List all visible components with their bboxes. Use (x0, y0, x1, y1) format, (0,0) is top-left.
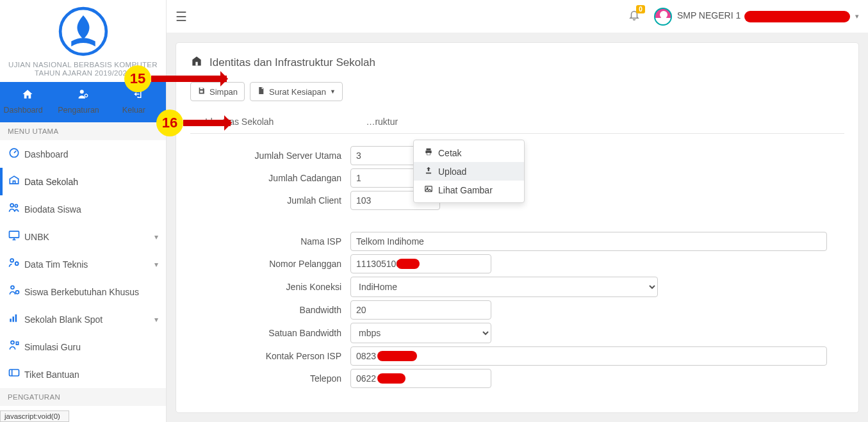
redacted-block (397, 259, 420, 269)
card-title-text: Identitas dan Infrastruktur Sekolah (209, 56, 375, 69)
svg-point-10 (16, 291, 19, 294)
surat-kesiapan-button[interactable]: Surat Kesiapan ▼ (250, 82, 343, 101)
input-kontak[interactable] (350, 346, 827, 366)
status-bar: javascript:void(0) (0, 410, 69, 422)
label-satuan: Satuan Bandwidth (190, 328, 350, 338)
sidebar-item-tiket[interactable]: Tiket Bantuan (0, 361, 166, 388)
upload-icon (424, 166, 438, 177)
svg-rect-11 (10, 319, 12, 322)
pdf-icon (257, 86, 265, 97)
signal-icon (8, 311, 24, 327)
select-satuan[interactable]: mbps (350, 323, 491, 343)
card-title: Identitas dan Infrastruktur Sekolah (190, 54, 844, 70)
label-client: Jumlah Client (190, 195, 350, 206)
menu-item-label: Lihat Gambar (438, 185, 493, 195)
teacher-icon (8, 339, 24, 355)
surat-button-label: Surat Kesiapan (269, 87, 326, 97)
nav-keluar-label: Keluar (122, 106, 154, 115)
menu-item-upload[interactable]: Upload (414, 162, 524, 181)
user-name-prefix: SMP NEGERI 1 (677, 10, 741, 20)
redacted-block (377, 373, 405, 384)
sidebar-item-biodata[interactable]: Biodata Siswa (0, 195, 166, 223)
callout-16: 16 (156, 110, 231, 136)
chevron-down-icon: ▾ (154, 232, 158, 241)
tab-infrastruktur[interactable]: …Infrastrukturruktur (288, 110, 413, 133)
menu-item-cetak[interactable]: Cetak (414, 143, 524, 162)
tab-infra-label: …Infrastrukturruktur (366, 117, 398, 127)
callout-badge: 16 (156, 110, 183, 136)
avatar-icon (654, 8, 672, 26)
svg-rect-12 (13, 316, 15, 321)
sidebar-item-dashboard[interactable]: Dashboard (0, 140, 166, 168)
sidebar-item-label: Siswa Berkebutuhan Khusus (24, 287, 158, 297)
chevron-down-icon: ▾ (855, 12, 859, 20)
menu-item-lihat-gambar[interactable]: Lihat Gambar (414, 181, 524, 199)
team-gear-icon (8, 256, 24, 272)
input-bandwidth[interactable] (350, 300, 491, 320)
card-header: Identitas dan Infrastruktur Sekolah (176, 43, 858, 76)
menu-item-label: Cetak (438, 148, 462, 158)
sidebar-item-label: Data Tim Teknis (24, 259, 154, 270)
redacted-block (377, 351, 417, 361)
input-telepon[interactable] (350, 369, 491, 388)
label-pelanggan: Nomor Pelanggan (190, 259, 350, 269)
label-isp: Nama ISP (190, 236, 350, 247)
people-icon (8, 201, 24, 217)
monitor-icon (8, 229, 24, 245)
print-icon (424, 147, 438, 158)
notifications-badge: 0 (636, 5, 645, 13)
notifications-button[interactable]: 0 (628, 9, 640, 24)
sidebar-item-unbk[interactable]: UNBK ▾ (0, 223, 166, 250)
topbar: ☰ 0 SMP NEGERI 1 ▾ (167, 0, 868, 33)
svg-point-3 (10, 149, 18, 157)
gauge-icon (8, 146, 24, 162)
surat-kesiapan-menu: Cetak Upload Lihat Gambar (413, 140, 525, 203)
sidebar-item-label: Biodata Siswa (24, 204, 158, 215)
home-icon (3, 88, 53, 103)
chevron-down-icon: ▾ (154, 260, 158, 269)
sidebar-item-label: Sekolah Blank Spot (24, 314, 154, 325)
sidebar-item-siswa-khusus[interactable]: Siswa Berkebutuhan Khusus (0, 278, 166, 305)
user-name[interactable]: SMP NEGERI 1 ▾ (677, 10, 859, 22)
sidebar-item-tim-teknis[interactable]: Data Tim Teknis ▾ (0, 250, 166, 278)
input-pelanggan[interactable] (350, 254, 491, 273)
label-cadangan: Jumlah Cadangan (190, 173, 350, 183)
nav-pengaturan-label: Pengaturan (58, 106, 108, 115)
nav-dashboard-label: Dashboard (4, 106, 52, 115)
select-koneksi[interactable]: IndiHome (350, 277, 658, 297)
accessibility-icon (8, 284, 24, 300)
label-koneksi: Jenis Koneksi (190, 282, 350, 292)
sidebar-item-label: Dashboard (24, 149, 158, 159)
label-kontak: Kontak Person ISP (190, 351, 350, 361)
sidebar-item-blank-spot[interactable]: Sekolah Blank Spot ▾ (0, 305, 166, 333)
svg-point-14 (11, 341, 14, 344)
redacted-block (744, 11, 850, 22)
input-isp[interactable] (350, 232, 827, 251)
chevron-down-icon: ▾ (154, 315, 158, 324)
content-area: Identitas dan Infrastruktur Sekolah Simp… (167, 33, 868, 422)
school-icon (8, 174, 24, 190)
sidebar-item-label: Tiket Bantuan (24, 369, 158, 380)
label-server: Jumlah Server Utama (190, 150, 350, 161)
sidebar-item-label: Simulasi Guru (24, 342, 158, 352)
nav-pengaturan[interactable]: Pengaturan (55, 82, 111, 122)
svg-rect-19 (427, 153, 430, 155)
nav-dashboard[interactable]: Dashboard (0, 82, 55, 122)
svg-rect-15 (10, 369, 19, 376)
tab-bar: Identitas Sekolah …Infrastrukturruktur (190, 110, 844, 134)
label-bandwidth: Bandwidth (190, 305, 350, 315)
svg-point-4 (10, 204, 13, 207)
svg-point-1 (79, 90, 83, 93)
arrow-icon (151, 76, 227, 82)
arrow-icon (183, 120, 231, 126)
label-telepon: Telepon (190, 373, 350, 384)
logo-icon (58, 6, 108, 56)
svg-rect-13 (15, 314, 17, 322)
callout-15: 15 (124, 65, 227, 92)
svg-point-7 (10, 259, 13, 262)
sidebar-item-data-sekolah[interactable]: Data Sekolah (0, 168, 166, 195)
menu-toggle-icon[interactable]: ☰ (176, 9, 187, 24)
sidebar-item-label: Data Sekolah (24, 177, 158, 187)
menu-heading-utama: MENU UTAMA (0, 122, 166, 140)
sidebar-item-simulasi[interactable]: Simulasi Guru (0, 333, 166, 361)
